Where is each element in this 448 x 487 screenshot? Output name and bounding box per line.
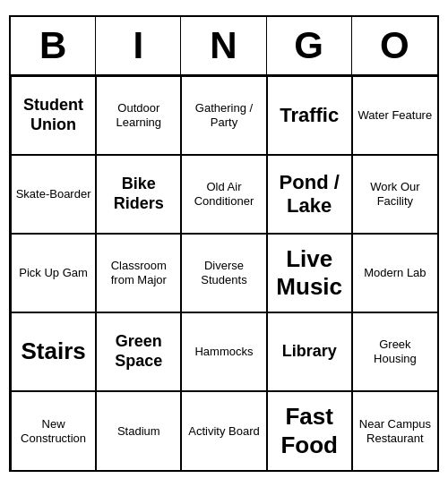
header-letter: B	[11, 17, 96, 74]
cell-text: Hammocks	[194, 345, 253, 359]
bingo-cell: Green Space	[96, 312, 181, 391]
bingo-cell: Classroom from Major	[96, 234, 181, 312]
bingo-cell: Skate-Boarder	[11, 155, 96, 234]
bingo-cell: Hammocks	[181, 312, 266, 391]
cell-text: Bike Riders	[100, 175, 177, 213]
bingo-cell: Stadium	[96, 391, 181, 470]
cell-text: Greek Housing	[357, 337, 434, 365]
cell-text: Pond / Lake	[271, 171, 348, 218]
header-letter: O	[352, 17, 437, 74]
bingo-cell: Water Feature	[352, 76, 437, 155]
cell-text: Classroom from Major	[100, 259, 177, 286]
bingo-cell: Gathering / Party	[181, 76, 266, 155]
cell-text: Fast Food	[271, 403, 348, 458]
cell-text: Near Campus Restaurant	[357, 417, 434, 445]
bingo-cell: Modern Lab	[352, 234, 437, 312]
bingo-cell: Old Air Conditioner	[181, 155, 266, 234]
cell-text: Work Our Facility	[357, 180, 434, 208]
bingo-cell: Outdoor Learning	[96, 76, 181, 155]
cell-text: Library	[282, 342, 337, 362]
bingo-cell: Work Our Facility	[352, 155, 437, 234]
cell-text: Activity Board	[188, 424, 259, 439]
bingo-cell: Greek Housing	[352, 312, 437, 391]
bingo-grid: Student UnionOutdoor LearningGathering /…	[11, 76, 437, 470]
cell-text: Green Space	[100, 332, 177, 371]
cell-text: Outdoor Learning	[100, 101, 177, 129]
bingo-cell: Live Music	[267, 234, 352, 312]
cell-text: Pick Up Gam	[19, 266, 88, 280]
cell-text: New Construction	[15, 417, 91, 445]
cell-text: Stadium	[117, 424, 160, 439]
bingo-header: BINGO	[11, 17, 437, 76]
cell-text: Stairs	[21, 337, 85, 365]
header-letter: G	[267, 17, 352, 74]
bingo-cell: Pond / Lake	[267, 155, 352, 234]
cell-text: Diverse Students	[185, 259, 262, 286]
cell-text: Water Feature	[358, 108, 433, 123]
cell-text: Old Air Conditioner	[185, 180, 262, 208]
bingo-cell: Pick Up Gam	[11, 234, 96, 312]
bingo-cell: Near Campus Restaurant	[352, 391, 437, 470]
cell-text: Live Music	[271, 245, 348, 301]
bingo-cell: Fast Food	[267, 391, 352, 470]
cell-text: Traffic	[280, 104, 339, 127]
bingo-cell: Activity Board	[181, 391, 266, 470]
bingo-card: BINGO Student UnionOutdoor LearningGathe…	[9, 15, 439, 472]
cell-text: Modern Lab	[364, 266, 426, 280]
cell-text: Student Union	[15, 96, 91, 134]
bingo-cell: Stairs	[11, 312, 96, 391]
header-letter: I	[96, 17, 181, 74]
bingo-cell: Traffic	[267, 76, 352, 155]
bingo-cell: Library	[267, 312, 352, 391]
bingo-cell: Student Union	[11, 76, 96, 155]
bingo-cell: Diverse Students	[181, 234, 266, 312]
cell-text: Skate-Boarder	[16, 187, 91, 201]
bingo-cell: New Construction	[11, 391, 96, 470]
bingo-cell: Bike Riders	[96, 155, 181, 234]
cell-text: Gathering / Party	[185, 101, 262, 129]
header-letter: N	[181, 17, 266, 74]
